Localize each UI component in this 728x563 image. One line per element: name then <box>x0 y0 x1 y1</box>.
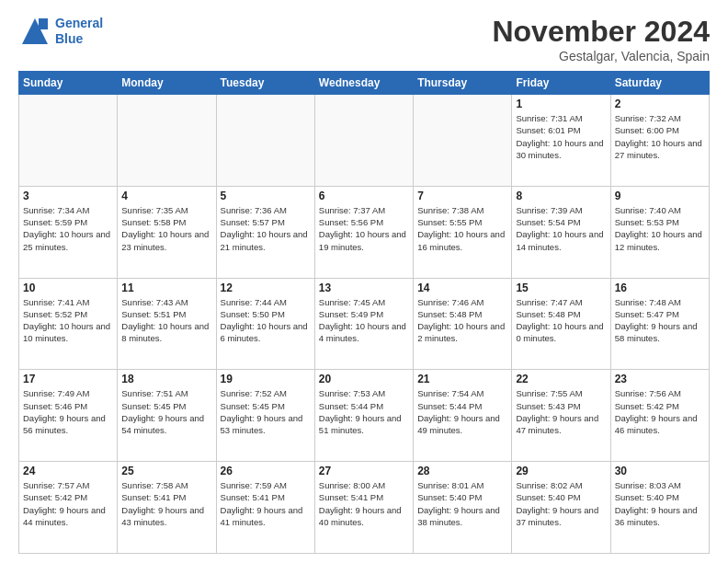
calendar-cell <box>414 95 512 187</box>
page: General Blue November 2024 Gestalgar, Va… <box>0 0 728 563</box>
calendar-cell: 28Sunrise: 8:01 AMSunset: 5:40 PMDayligh… <box>414 462 512 554</box>
day-number: 9 <box>615 190 705 202</box>
calendar-cell: 10Sunrise: 7:41 AMSunset: 5:52 PMDayligh… <box>19 278 118 370</box>
calendar-cell: 26Sunrise: 7:59 AMSunset: 5:41 PMDayligh… <box>216 462 314 554</box>
day-info: Sunrise: 7:40 AMSunset: 5:53 PMDaylight:… <box>615 204 705 253</box>
calendar-cell: 29Sunrise: 8:02 AMSunset: 5:40 PMDayligh… <box>512 462 610 554</box>
calendar-cell: 4Sunrise: 7:35 AMSunset: 5:58 PMDaylight… <box>118 186 216 278</box>
col-monday: Monday <box>118 72 216 95</box>
day-info: Sunrise: 8:01 AMSunset: 5:40 PMDaylight:… <box>417 479 507 528</box>
col-sunday: Sunday <box>19 72 118 95</box>
day-info: Sunrise: 7:41 AMSunset: 5:52 PMDaylight:… <box>23 296 113 345</box>
calendar-cell: 15Sunrise: 7:47 AMSunset: 5:48 PMDayligh… <box>512 278 610 370</box>
day-info: Sunrise: 7:37 AMSunset: 5:56 PMDaylight:… <box>319 204 409 253</box>
calendar-cell: 1Sunrise: 7:31 AMSunset: 6:01 PMDaylight… <box>512 95 610 187</box>
calendar-cell: 24Sunrise: 7:57 AMSunset: 5:42 PMDayligh… <box>19 462 118 554</box>
day-number: 27 <box>319 465 409 477</box>
calendar-cell <box>216 95 314 187</box>
calendar-week-row: 1Sunrise: 7:31 AMSunset: 6:01 PMDaylight… <box>19 95 710 187</box>
day-number: 28 <box>417 465 507 477</box>
calendar-cell <box>118 95 216 187</box>
day-info: Sunrise: 7:48 AMSunset: 5:47 PMDaylight:… <box>615 296 705 345</box>
month-title: November 2024 <box>492 15 710 49</box>
day-info: Sunrise: 7:31 AMSunset: 6:01 PMDaylight:… <box>516 112 606 161</box>
calendar-cell: 11Sunrise: 7:43 AMSunset: 5:51 PMDayligh… <box>118 278 216 370</box>
calendar-cell: 23Sunrise: 7:56 AMSunset: 5:42 PMDayligh… <box>610 370 709 462</box>
day-info: Sunrise: 7:39 AMSunset: 5:54 PMDaylight:… <box>516 204 606 253</box>
day-info: Sunrise: 7:38 AMSunset: 5:55 PMDaylight:… <box>417 204 507 253</box>
day-number: 23 <box>615 373 705 385</box>
col-friday: Friday <box>512 72 610 95</box>
day-number: 2 <box>615 98 705 110</box>
day-info: Sunrise: 7:44 AMSunset: 5:50 PMDaylight:… <box>221 296 311 345</box>
location: Gestalgar, Valencia, Spain <box>492 49 710 63</box>
logo: General Blue <box>18 15 103 48</box>
day-info: Sunrise: 7:58 AMSunset: 5:41 PMDaylight:… <box>121 479 211 528</box>
col-thursday: Thursday <box>414 72 512 95</box>
calendar-cell: 22Sunrise: 7:55 AMSunset: 5:43 PMDayligh… <box>512 370 610 462</box>
title-block: November 2024 Gestalgar, Valencia, Spain <box>492 15 710 63</box>
calendar-cell: 6Sunrise: 7:37 AMSunset: 5:56 PMDaylight… <box>314 186 413 278</box>
calendar-cell: 20Sunrise: 7:53 AMSunset: 5:44 PMDayligh… <box>314 370 413 462</box>
col-wednesday: Wednesday <box>314 72 413 95</box>
day-info: Sunrise: 7:57 AMSunset: 5:42 PMDaylight:… <box>23 479 113 528</box>
day-info: Sunrise: 7:56 AMSunset: 5:42 PMDaylight:… <box>615 387 705 436</box>
day-number: 3 <box>23 190 113 202</box>
calendar-cell: 19Sunrise: 7:52 AMSunset: 5:45 PMDayligh… <box>216 370 314 462</box>
calendar-cell: 8Sunrise: 7:39 AMSunset: 5:54 PMDaylight… <box>512 186 610 278</box>
day-number: 21 <box>417 373 507 385</box>
calendar-cell: 21Sunrise: 7:54 AMSunset: 5:44 PMDayligh… <box>414 370 512 462</box>
calendar-cell <box>19 95 118 187</box>
col-tuesday: Tuesday <box>216 72 314 95</box>
day-number: 24 <box>23 465 113 477</box>
day-info: Sunrise: 7:47 AMSunset: 5:48 PMDaylight:… <box>516 296 606 345</box>
day-info: Sunrise: 7:34 AMSunset: 5:59 PMDaylight:… <box>23 204 113 253</box>
day-number: 7 <box>417 190 507 202</box>
day-number: 26 <box>221 465 311 477</box>
calendar-week-row: 17Sunrise: 7:49 AMSunset: 5:46 PMDayligh… <box>19 370 710 462</box>
day-number: 18 <box>121 373 211 385</box>
day-info: Sunrise: 7:52 AMSunset: 5:45 PMDaylight:… <box>221 387 311 436</box>
header: General Blue November 2024 Gestalgar, Va… <box>18 15 710 63</box>
day-number: 22 <box>516 373 606 385</box>
day-number: 6 <box>319 190 409 202</box>
day-number: 25 <box>121 465 211 477</box>
logo-icon <box>18 15 51 48</box>
day-info: Sunrise: 8:02 AMSunset: 5:40 PMDaylight:… <box>516 479 606 528</box>
day-info: Sunrise: 7:43 AMSunset: 5:51 PMDaylight:… <box>121 296 211 345</box>
calendar-cell: 30Sunrise: 8:03 AMSunset: 5:40 PMDayligh… <box>610 462 709 554</box>
calendar-cell: 12Sunrise: 7:44 AMSunset: 5:50 PMDayligh… <box>216 278 314 370</box>
calendar-cell: 9Sunrise: 7:40 AMSunset: 5:53 PMDaylight… <box>610 186 709 278</box>
day-number: 13 <box>319 282 409 294</box>
calendar-week-row: 10Sunrise: 7:41 AMSunset: 5:52 PMDayligh… <box>19 278 710 370</box>
calendar-cell: 5Sunrise: 7:36 AMSunset: 5:57 PMDaylight… <box>216 186 314 278</box>
day-number: 1 <box>516 98 606 110</box>
calendar-week-row: 24Sunrise: 7:57 AMSunset: 5:42 PMDayligh… <box>19 462 710 554</box>
calendar: Sunday Monday Tuesday Wednesday Thursday… <box>18 71 710 554</box>
day-number: 16 <box>615 282 705 294</box>
day-info: Sunrise: 7:53 AMSunset: 5:44 PMDaylight:… <box>319 387 409 436</box>
day-number: 20 <box>319 373 409 385</box>
day-number: 8 <box>516 190 606 202</box>
day-number: 30 <box>615 465 705 477</box>
calendar-cell: 2Sunrise: 7:32 AMSunset: 6:00 PMDaylight… <box>610 95 709 187</box>
day-info: Sunrise: 7:36 AMSunset: 5:57 PMDaylight:… <box>221 204 311 253</box>
day-info: Sunrise: 7:49 AMSunset: 5:46 PMDaylight:… <box>23 387 113 436</box>
calendar-cell: 25Sunrise: 7:58 AMSunset: 5:41 PMDayligh… <box>118 462 216 554</box>
calendar-cell <box>314 95 413 187</box>
calendar-cell: 16Sunrise: 7:48 AMSunset: 5:47 PMDayligh… <box>610 278 709 370</box>
day-number: 29 <box>516 465 606 477</box>
day-number: 17 <box>23 373 113 385</box>
day-info: Sunrise: 7:51 AMSunset: 5:45 PMDaylight:… <box>121 387 211 436</box>
calendar-cell: 13Sunrise: 7:45 AMSunset: 5:49 PMDayligh… <box>314 278 413 370</box>
day-info: Sunrise: 7:32 AMSunset: 6:00 PMDaylight:… <box>615 112 705 161</box>
day-info: Sunrise: 8:00 AMSunset: 5:41 PMDaylight:… <box>319 479 409 528</box>
svg-rect-1 <box>39 18 48 29</box>
day-info: Sunrise: 7:46 AMSunset: 5:48 PMDaylight:… <box>417 296 507 345</box>
calendar-cell: 17Sunrise: 7:49 AMSunset: 5:46 PMDayligh… <box>19 370 118 462</box>
day-number: 19 <box>221 373 311 385</box>
calendar-week-row: 3Sunrise: 7:34 AMSunset: 5:59 PMDaylight… <box>19 186 710 278</box>
day-info: Sunrise: 7:59 AMSunset: 5:41 PMDaylight:… <box>221 479 311 528</box>
calendar-cell: 3Sunrise: 7:34 AMSunset: 5:59 PMDaylight… <box>19 186 118 278</box>
day-number: 4 <box>121 190 211 202</box>
